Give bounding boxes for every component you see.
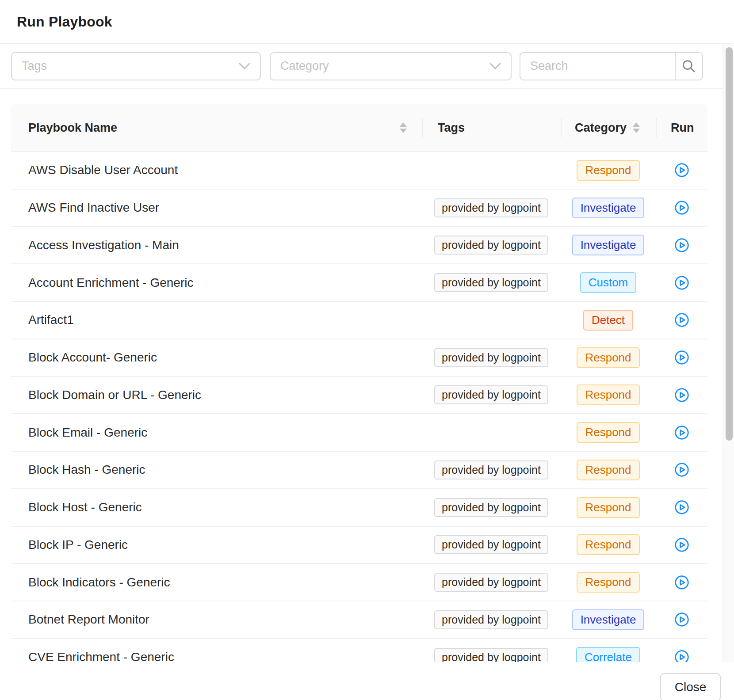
tags-cell: provided by logpoint <box>422 264 561 301</box>
table-row: Block Email - Generic Respond <box>11 414 707 452</box>
category-badge: Investigate <box>572 235 645 255</box>
sort-icon[interactable] <box>633 122 640 133</box>
run-playbook-button[interactable] <box>674 312 689 327</box>
category-cell: Investigate <box>561 227 656 264</box>
playbook-table: Playbook Name Tags Category Run AWS Disa… <box>11 104 707 662</box>
tags-filter-select[interactable]: Tags <box>11 52 261 80</box>
run-playbook-button[interactable] <box>674 612 689 627</box>
category-badge: Respond <box>577 572 639 593</box>
run-playbook-button[interactable] <box>674 238 689 253</box>
scrollbar-track[interactable] <box>723 44 734 662</box>
category-badge: Respond <box>577 422 639 443</box>
run-playbook-button[interactable] <box>674 462 689 477</box>
run-cell <box>656 377 707 414</box>
scrollbar-thumb[interactable] <box>726 47 733 441</box>
table-row: Block Indicators - Generic provided by l… <box>11 564 707 601</box>
category-cell: Respond <box>561 414 656 451</box>
run-cell <box>656 339 707 376</box>
chevron-down-icon <box>489 63 501 70</box>
run-cell <box>656 227 707 264</box>
close-button[interactable]: Close <box>660 673 721 700</box>
run-cell <box>656 302 707 339</box>
playbook-name: Artifact1 <box>28 313 74 327</box>
search-input[interactable] <box>520 53 675 80</box>
playbook-name: AWS Find Inactive User <box>28 201 159 215</box>
run-cell <box>656 452 707 488</box>
playbook-name-cell: Block Host - Generic <box>11 489 422 526</box>
category-cell: Respond <box>561 527 656 563</box>
table-row: AWS Disable User Account Respond <box>11 152 707 190</box>
playbook-name: Block IP - Generic <box>28 538 128 552</box>
column-header-playbook-name[interactable]: Playbook Name <box>11 104 422 151</box>
chevron-down-icon <box>239 63 250 70</box>
tags-cell <box>422 152 561 189</box>
table-row: Access Investigation - Main provided by … <box>11 227 707 265</box>
run-cell <box>656 527 707 563</box>
playbook-name: AWS Disable User Account <box>28 163 178 177</box>
playbook-name: Access Investigation - Main <box>28 238 179 252</box>
search-button[interactable] <box>675 53 702 80</box>
table-row: Block IP - Generic provided by logpoint … <box>11 527 707 564</box>
playbook-name: Account Enrichment - Generic <box>28 276 194 290</box>
run-playbook-button[interactable] <box>674 500 689 515</box>
playbook-table-viewport: Playbook Name Tags Category Run AWS Disa… <box>0 90 723 662</box>
tag-badge: provided by logpoint <box>434 573 548 592</box>
play-circle-icon <box>674 500 689 515</box>
tag-badge: provided by logpoint <box>434 348 548 367</box>
table-row: Block Hash - Generic provided by logpoin… <box>11 452 707 489</box>
sort-icon[interactable] <box>400 122 407 133</box>
run-cell <box>656 152 707 189</box>
play-circle-icon <box>674 612 689 627</box>
category-cell: Respond <box>561 452 656 488</box>
run-playbook-button[interactable] <box>674 275 689 290</box>
category-cell: Respond <box>561 489 656 526</box>
run-playbook-button[interactable] <box>674 650 689 662</box>
run-playbook-button[interactable] <box>674 537 689 552</box>
run-playbook-button[interactable] <box>674 163 689 178</box>
category-badge: Respond <box>577 534 639 555</box>
tag-badge: provided by logpoint <box>434 198 548 217</box>
modal-footer: Close <box>0 662 734 700</box>
column-label-run: Run <box>671 121 694 135</box>
table-row: Block Account- Generic provided by logpo… <box>11 339 707 377</box>
playbook-name: Block Account- Generic <box>28 350 157 365</box>
tags-cell: provided by logpoint <box>422 601 561 638</box>
category-cell: Respond <box>561 377 656 414</box>
run-playbook-button[interactable] <box>674 350 689 365</box>
column-label-tags: Tags <box>438 121 465 135</box>
category-cell: Custom <box>561 264 656 301</box>
column-header-category[interactable]: Category <box>561 104 656 151</box>
run-playbook-button[interactable] <box>674 388 689 403</box>
run-cell <box>656 564 707 601</box>
tag-badge: provided by logpoint <box>434 648 548 662</box>
run-playbook-button[interactable] <box>674 425 689 440</box>
playbook-name-cell: Access Investigation - Main <box>11 227 422 264</box>
category-filter-select[interactable]: Category <box>270 52 512 80</box>
run-playbook-button[interactable] <box>674 575 689 590</box>
play-circle-icon <box>674 650 689 662</box>
playbook-name: Block Email - Generic <box>28 426 147 440</box>
run-cell <box>656 489 707 526</box>
table-body: AWS Disable User Account Respond AWS Fin… <box>11 152 707 662</box>
play-circle-icon <box>674 388 689 403</box>
tag-badge: provided by logpoint <box>434 498 548 517</box>
play-circle-icon <box>674 537 689 552</box>
tags-cell <box>422 414 561 451</box>
category-badge: Respond <box>577 384 639 405</box>
tags-cell: provided by logpoint <box>422 452 561 488</box>
play-circle-icon <box>674 275 689 290</box>
search-group <box>520 52 703 80</box>
table-row: Artifact1 Detect <box>11 302 707 339</box>
table-row: Account Enrichment - Generic provided by… <box>11 264 707 302</box>
playbook-name: Block Indicators - Generic <box>28 575 170 590</box>
tags-cell: provided by logpoint <box>422 377 561 414</box>
tag-badge: provided by logpoint <box>434 610 548 629</box>
run-cell <box>656 639 707 662</box>
category-badge: Investigate <box>572 609 645 630</box>
run-playbook-button[interactable] <box>674 200 689 215</box>
playbook-name-cell: AWS Find Inactive User <box>11 190 422 226</box>
playbook-name-cell: Block Domain or URL - Generic <box>11 377 422 414</box>
category-cell: Detect <box>561 302 656 339</box>
table-row: Block Domain or URL - Generic provided b… <box>11 377 707 415</box>
table-header: Playbook Name Tags Category Run <box>11 104 707 152</box>
